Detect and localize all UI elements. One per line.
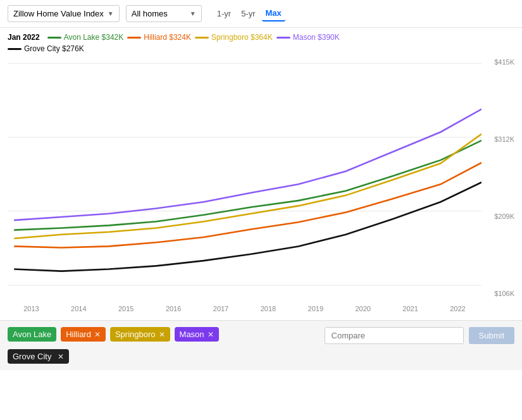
legend-item-springboro: Springboro $364K	[195, 33, 273, 42]
tag-hilliard-label: Hilliard	[66, 330, 91, 339]
legend-item-hilliard: Hilliard $324K	[127, 33, 191, 42]
mason-line-icon	[277, 37, 290, 39]
bottom-content: Avon Lake Hilliard ✕ Springboro ✕ Mason …	[8, 327, 514, 344]
tag-springboro-remove[interactable]: ✕	[159, 330, 165, 339]
y-label-415: $415K	[482, 58, 514, 66]
bottom-bar: Avon Lake Hilliard ✕ Springboro ✕ Mason …	[0, 320, 522, 370]
index-dropdown[interactable]: Zillow Home Value Index ▼	[8, 5, 120, 22]
tags-section: Avon Lake Hilliard ✕ Springboro ✕ Mason …	[8, 327, 320, 342]
dropdown-arrow-icon: ▼	[108, 10, 114, 17]
tag-avonlake-label: Avon Lake	[13, 330, 51, 339]
tag-mason-label: Mason	[180, 330, 204, 339]
top-bar: Zillow Home Value Index ▼ All homes ▼ 1-…	[0, 0, 522, 28]
legend-item-grovecity: Grove City $276K	[8, 44, 84, 53]
time-buttons: 1-yr 5-yr Max	[213, 6, 285, 22]
chart-wrap: $415K $312K $209K $106K	[8, 57, 514, 318]
tag-springboro-label: Springboro	[115, 330, 156, 339]
x-label-2016: 2016	[166, 305, 181, 312]
legend-date: Jan 2022	[8, 33, 40, 42]
y-labels: $415K $312K $209K $106K	[482, 57, 514, 299]
x-labels: 2013 2014 2015 2016 2017 2018 2019 2020 …	[8, 300, 482, 318]
x-label-2019: 2019	[308, 305, 323, 312]
hilliard-label: Hilliard $324K	[144, 33, 191, 42]
x-label-2021: 2021	[402, 305, 418, 312]
mason-label: Mason $390K	[293, 33, 340, 42]
tag-avonlake[interactable]: Avon Lake	[8, 327, 56, 342]
x-label-2020: 2020	[355, 305, 370, 312]
y-label-106: $106K	[482, 290, 514, 297]
legend-row: Jan 2022 Avon Lake $342K Hilliard $324K …	[0, 28, 522, 43]
chart-svg	[8, 57, 482, 299]
avonlake-line-icon	[47, 37, 61, 39]
legend-item-avonlake: Avon Lake $342K	[47, 33, 124, 42]
legend-row-2: Grove City $276K	[0, 43, 522, 54]
x-label-2022: 2022	[450, 305, 465, 312]
mason-line	[14, 109, 482, 221]
chart-svg-area	[8, 57, 482, 299]
x-label-2014: 2014	[71, 305, 86, 312]
hilliard-line	[14, 163, 482, 247]
legend-item-mason: Mason $390K	[277, 33, 340, 42]
tag-mason[interactable]: Mason ✕	[175, 327, 219, 342]
tag-mason-remove[interactable]: ✕	[208, 330, 214, 339]
tag-grovecity-remove[interactable]: ✕	[58, 352, 64, 361]
tag-hilliard[interactable]: Hilliard ✕	[61, 327, 106, 342]
index-dropdown-label: Zillow Home Value Index	[13, 9, 104, 18]
avonlake-line	[14, 140, 482, 230]
btn-5yr[interactable]: 5-yr	[237, 6, 259, 22]
springboro-line-icon	[195, 37, 209, 39]
btn-1yr[interactable]: 1-yr	[213, 6, 235, 22]
chart-container: $415K $312K $209K $106K	[0, 54, 522, 320]
homes-dropdown[interactable]: All homes ▼	[126, 5, 202, 22]
avonlake-label: Avon Lake $342K	[64, 33, 124, 42]
y-label-209: $209K	[482, 213, 514, 220]
dropdown-arrow-icon-2: ▼	[190, 10, 196, 17]
submit-button[interactable]: Submit	[469, 327, 514, 344]
x-label-2017: 2017	[213, 305, 228, 312]
homes-dropdown-label: All homes	[132, 9, 168, 18]
tag-grovecity-label: Grove City	[13, 352, 51, 361]
grovecity-line-icon	[8, 48, 22, 50]
tag-hilliard-remove[interactable]: ✕	[94, 330, 101, 339]
compare-input[interactable]	[325, 327, 464, 344]
btn-max[interactable]: Max	[262, 6, 285, 22]
springboro-line	[14, 134, 482, 238]
compare-section: Submit	[325, 327, 514, 344]
x-label-2015: 2015	[118, 305, 134, 312]
x-label-2013: 2013	[23, 305, 39, 312]
y-label-312: $312K	[482, 135, 514, 143]
x-label-2018: 2018	[261, 305, 276, 312]
tag-springboro[interactable]: Springboro ✕	[110, 327, 170, 342]
hilliard-line-icon	[127, 37, 141, 39]
springboro-label: Springboro $364K	[211, 33, 273, 42]
tag-grovecity[interactable]: Grove City ✕	[8, 349, 69, 364]
grovecity-label: Grove City $276K	[24, 44, 84, 53]
